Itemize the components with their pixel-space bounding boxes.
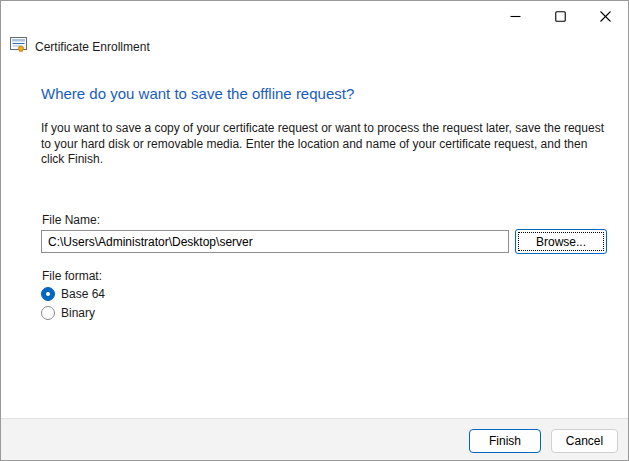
minimize-icon [510, 11, 521, 22]
radio-option-base64[interactable]: Base 64 [41, 287, 105, 301]
file-name-label: File Name: [42, 213, 100, 227]
maximize-button[interactable] [538, 1, 583, 31]
certificate-icon [10, 37, 28, 57]
radio-unselected-icon[interactable] [41, 306, 55, 320]
cancel-button[interactable]: Cancel [551, 429, 618, 453]
radio-option-binary[interactable]: Binary [41, 306, 95, 320]
file-name-input[interactable] [41, 230, 509, 253]
close-button[interactable] [583, 1, 628, 31]
radio-label-binary: Binary [61, 306, 95, 320]
wizard-title: Certificate Enrollment [35, 40, 150, 54]
page-heading: Where do you want to save the offline re… [41, 85, 354, 102]
file-format-label: File format: [42, 269, 102, 283]
radio-label-base64: Base 64 [61, 287, 105, 301]
close-icon [600, 11, 611, 22]
minimize-button[interactable] [493, 1, 538, 31]
certificate-enrollment-window: Certificate Enrollment Where do you want… [0, 0, 629, 461]
radio-selected-icon[interactable] [41, 287, 55, 301]
footer-bar: Finish Cancel [1, 418, 628, 460]
page-description: If you want to save a copy of your certi… [41, 121, 607, 168]
maximize-icon [555, 11, 566, 22]
finish-button[interactable]: Finish [469, 429, 541, 453]
titlebar [1, 1, 628, 31]
wizard-header: Certificate Enrollment [10, 37, 150, 57]
browse-button[interactable]: Browse... [515, 229, 607, 254]
